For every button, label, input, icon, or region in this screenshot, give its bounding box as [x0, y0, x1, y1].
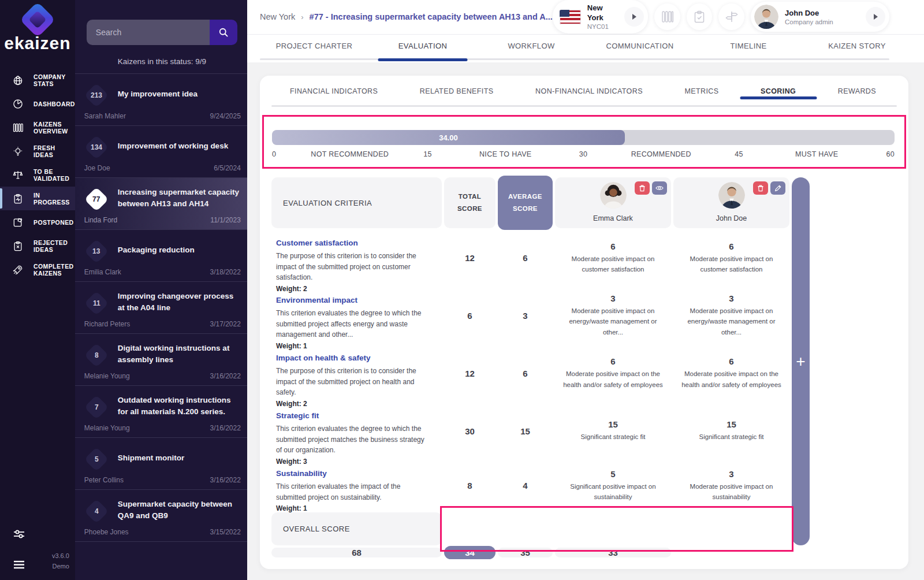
overall-evaluator-score: 35: [498, 548, 553, 557]
profile-expand-button[interactable]: [866, 7, 885, 27]
kaizen-title: Increasing supermarket capacity between …: [118, 187, 241, 210]
tab-project-charter[interactable]: PROJECT CHARTER: [260, 35, 368, 62]
user-name: John Doe: [785, 9, 833, 18]
tasks-button[interactable]: [687, 3, 713, 30]
delete-evaluator-button[interactable]: [753, 181, 768, 195]
tab-communication[interactable]: COMMUNICATION: [586, 35, 694, 62]
evaluator-score-cell: 15 Significant strategic fit: [555, 403, 671, 459]
sidebar-item-completed-kaizens[interactable]: COMPLETED KAIZENS: [0, 258, 75, 281]
subtab-non-financial-indicators[interactable]: NON-FINANCIAL INDICATORS: [535, 87, 643, 99]
criterion-title[interactable]: Strategic fit: [276, 411, 431, 420]
brand-logo: ekaizen: [0, 0, 75, 53]
trash-icon: [757, 184, 764, 192]
kaizen-list-item[interactable]: 134 Improvement of working desk Joe Doe6…: [75, 126, 249, 178]
kaizen-number-badge: 77: [84, 187, 109, 211]
sidebar-item-kaizens-overview[interactable]: KAIZENS OVERVIEW: [0, 116, 75, 139]
kaizen-list-item[interactable]: 4 Supermarket capacity between QA9 and Q…: [75, 490, 249, 542]
hamburger-menu-icon[interactable]: [12, 557, 27, 572]
subtab-scoring[interactable]: SCORING: [761, 87, 796, 99]
sidebar-item-label: IN PROGRESS: [33, 192, 75, 206]
delete-evaluator-button[interactable]: [635, 181, 650, 195]
score-value: 5: [610, 469, 615, 479]
kaizen-list-item-selected[interactable]: 77 Increasing supermarket capacity betwe…: [75, 178, 249, 230]
evaluator-score-cell: 6 Moderate positive impact on customer s…: [555, 230, 671, 285]
kaizen-date: 9/24/2025: [210, 112, 240, 120]
kaizen-list-item[interactable]: 8 Digital working instructions at assemb…: [75, 334, 249, 386]
score-note: Moderate positive impact on the health a…: [560, 369, 666, 390]
scoring-scale: 0 NOT RECOMMENDED 15 NICE TO HAVE 30 REC…: [272, 148, 895, 161]
add-evaluator-button[interactable]: +: [792, 177, 810, 545]
search-bar: [87, 20, 237, 45]
evaluator-score-cell: 3 Moderate positive impact on energy/was…: [555, 288, 671, 343]
subtab-rewards[interactable]: REWARDS: [838, 87, 876, 99]
kaizen-board-button[interactable]: [654, 3, 680, 30]
rocket-icon: [12, 263, 24, 276]
topbar-actions: New York NYC01: [553, 0, 889, 34]
search-input[interactable]: [87, 20, 210, 45]
column-header-criteria: EVALUATION CRITERIA: [271, 177, 442, 228]
score-value: 3: [729, 469, 733, 479]
sidebar-nav-column: ekaizen COMPANY STATS DASHBOARD: [0, 0, 75, 580]
criterion-title[interactable]: Environmental impact: [276, 296, 431, 304]
user-profile-chip[interactable]: John Doe Company admin: [751, 2, 889, 32]
plus-icon: +: [796, 354, 805, 370]
sidebar-item-in-progress[interactable]: IN PROGRESS: [0, 187, 75, 210]
subtab-metrics[interactable]: METRICS: [684, 87, 718, 99]
tab-kaizen-story[interactable]: KAIZEN STORY: [803, 35, 911, 62]
kaizen-list-item[interactable]: 7 Outdated working instructions for all …: [75, 386, 249, 438]
kaizen-list-item[interactable]: 213 My improvement idea Sarah Mahler9/24…: [75, 74, 249, 126]
location-expand-button[interactable]: [624, 7, 644, 27]
score-note: Significant strategic fit: [581, 432, 646, 442]
scoring-gauge-annotation: 34.00 0 NOT RECOMMENDED 15 NICE TO HAVE …: [262, 115, 906, 169]
settings-sliders-icon[interactable]: [12, 526, 27, 541]
kaizen-date: 3/16/2022: [210, 476, 240, 484]
evaluator-score-cell: 15 Significant strategic fit: [673, 403, 789, 459]
sidebar-item-to-be-validated[interactable]: TO BE VALIDATED: [0, 163, 75, 187]
criterion-title[interactable]: Sustainability: [276, 469, 431, 478]
evaluator-name: John Doe: [716, 214, 747, 222]
guide-button[interactable]: [718, 3, 744, 30]
kaizen-status-count: Kaizens in this status: 9/9: [75, 57, 249, 66]
criterion-title[interactable]: Customer satisfaction: [276, 239, 431, 247]
breadcrumb-separator-icon: ›: [301, 13, 303, 21]
sidebar-item-dashboard[interactable]: DASHBOARD: [0, 92, 75, 116]
view-evaluation-button[interactable]: [652, 181, 667, 195]
total-score-value: 12: [444, 230, 495, 285]
breadcrumb-root[interactable]: New York: [260, 12, 295, 21]
kaizen-list-item[interactable]: 5 Shipment monitor Peter Collins3/16/202…: [75, 438, 249, 490]
evaluation-subtabs: FINANCIAL INDICATORS RELATED BENEFITS NO…: [271, 79, 897, 107]
tab-evaluation[interactable]: EVALUATION: [368, 35, 477, 62]
edit-evaluation-button[interactable]: [770, 181, 785, 195]
brand-name: ekaizen: [4, 34, 70, 53]
columns-icon: [12, 121, 24, 134]
breadcrumb: New York › #77 - Increasing supermarket …: [260, 12, 553, 21]
location-chip[interactable]: New York NYC01: [553, 0, 648, 34]
version-number: v3.6.0: [52, 551, 69, 562]
sidebar: ekaizen COMPANY STATS DASHBOARD: [0, 0, 247, 580]
kaizen-list-item[interactable]: 11 Improving changeover process at the A…: [75, 282, 249, 334]
sidebar-item-rejected-ideas[interactable]: REJECTED IDEAS: [0, 234, 75, 258]
subtab-financial-indicators[interactable]: FINANCIAL INDICATORS: [290, 87, 378, 99]
subtab-related-benefits[interactable]: RELATED BENEFITS: [420, 87, 494, 99]
kaizen-title: Outdated working instructions for all ma…: [118, 395, 241, 418]
kaizen-author: Melanie Young: [84, 424, 130, 432]
kaizen-list-item[interactable]: 13 Packaging reduction Emilia Clark3/18/…: [75, 230, 249, 282]
scale-label: MUST HAVE: [795, 150, 838, 158]
overall-evaluator-score: 33: [555, 548, 671, 557]
sidebar-item-company-stats[interactable]: COMPANY STATS: [0, 68, 75, 92]
tab-workflow[interactable]: WORKFLOW: [477, 35, 586, 62]
sidebar-item-postponed[interactable]: POSTPONED: [0, 210, 75, 234]
kaizen-title: Supermarket capacity between QA9 and QB9: [118, 499, 241, 522]
criterion-title[interactable]: Impact on health & safety: [276, 354, 431, 362]
globe-icon: [12, 74, 24, 87]
tab-timeline[interactable]: TIMELINE: [694, 35, 803, 62]
version-edition: Demo: [52, 561, 69, 572]
column-header-average-score: AVERAGE SCORE: [498, 176, 553, 230]
search-button[interactable]: [210, 20, 237, 45]
sidebar-item-label: KAIZENS OVERVIEW: [33, 121, 75, 135]
eye-icon: [655, 185, 664, 191]
chevron-right-icon: [631, 13, 637, 20]
score-note: Moderate positive impact on customer sat…: [678, 254, 785, 275]
sidebar-item-fresh-ideas[interactable]: FRESH IDEAS: [0, 139, 75, 163]
app-window: ekaizen COMPANY STATS DASHBOARD: [0, 0, 924, 580]
